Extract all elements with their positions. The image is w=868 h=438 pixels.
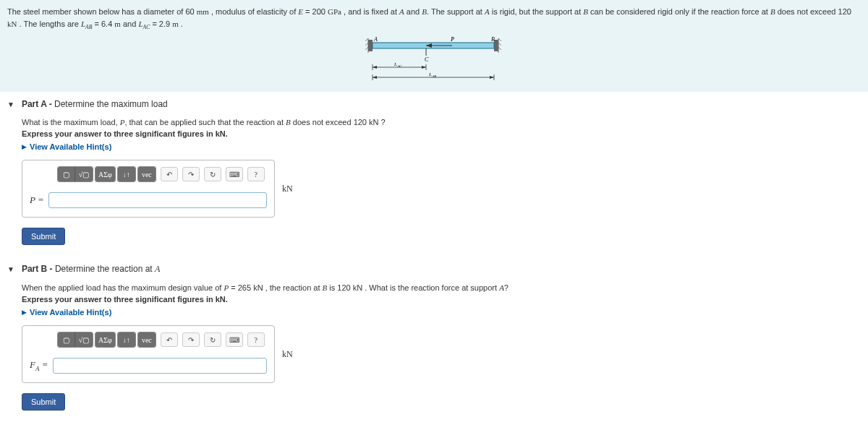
part-a: ▼ Part A - Determine the maximum load Wh…	[0, 92, 868, 257]
scripts-button[interactable]: ↓↑	[118, 167, 135, 181]
problem-text: The steel member shown below has a diame…	[7, 7, 851, 28]
keyboard-button[interactable]: ⌨	[226, 167, 243, 181]
sqrt-button[interactable]: √▢	[75, 332, 93, 347]
vec-button[interactable]: vec	[138, 167, 156, 181]
keyboard-button[interactable]: ⌨	[226, 332, 243, 347]
collapse-icon: ▼	[7, 100, 14, 108]
part-a-instruction: Express your answer to three significant…	[22, 129, 861, 138]
beam-figure: A B C P LAC LAB	[365, 35, 503, 86]
answer-variable-label: FA =	[30, 359, 48, 372]
part-a-hints-toggle[interactable]: ▶ View Available Hint(s)	[22, 142, 861, 151]
reset-button[interactable]: ↻	[204, 332, 221, 347]
help-button[interactable]: ?	[247, 332, 265, 347]
templates-button[interactable]: ▢	[58, 332, 75, 347]
svg-line-8	[498, 43, 501, 46]
part-b-header[interactable]: ▼ Part B - Determine the reaction at A	[7, 264, 861, 275]
part-a-unit-label: kN	[282, 184, 293, 194]
part-b-instruction: Express your answer to three significant…	[22, 295, 861, 304]
part-b: ▼ Part B - Determine the reaction at A W…	[0, 257, 868, 422]
part-b-unit-label: kN	[282, 349, 293, 360]
svg-text:P: P	[451, 36, 454, 43]
equation-toolbar: ▢ √▢ ΑΣφ ↓↑ vec ↶ ↷ ↻ ⌨ ?	[22, 326, 274, 353]
svg-text:LAB: LAB	[428, 72, 436, 78]
part-a-header[interactable]: ▼ Part A - Determine the maximum load	[7, 99, 861, 109]
svg-marker-28	[490, 76, 494, 79]
part-a-answer-input[interactable]	[48, 192, 267, 208]
svg-line-7	[498, 38, 501, 41]
part-b-question: When the applied load has the maximum de…	[22, 283, 861, 292]
part-a-question: What is the maximum load, P, that can be…	[22, 118, 861, 126]
part-b-hints-toggle[interactable]: ▶ View Available Hint(s)	[22, 308, 861, 317]
templates-button[interactable]: ▢	[58, 167, 75, 181]
redo-button[interactable]: ↷	[182, 332, 200, 347]
problem-statement: The steel member shown below has a diame…	[0, 0, 868, 92]
svg-marker-22	[422, 66, 426, 69]
hints-label: View Available Hint(s)	[30, 308, 111, 317]
svg-line-6	[365, 47, 368, 50]
sqrt-button[interactable]: √▢	[75, 167, 93, 181]
answer-variable-label: P =	[30, 194, 44, 206]
svg-rect-1	[494, 40, 498, 51]
svg-text:C: C	[425, 56, 429, 63]
svg-text:A: A	[373, 36, 378, 43]
part-b-title: Part B - Determine the reaction at A	[22, 264, 160, 275]
svg-marker-21	[373, 66, 377, 69]
part-a-submit-button[interactable]: Submit	[22, 228, 65, 245]
part-b-submit-button[interactable]: Submit	[22, 393, 65, 411]
svg-line-4	[365, 38, 368, 41]
svg-marker-27	[373, 76, 377, 79]
redo-button[interactable]: ↷	[182, 167, 200, 181]
help-button[interactable]: ?	[247, 167, 265, 181]
chevron-right-icon: ▶	[22, 143, 27, 150]
collapse-icon: ▼	[7, 265, 14, 273]
part-b-answer-box: ▢ √▢ ΑΣφ ↓↑ vec ↶ ↷ ↻ ⌨ ?	[22, 325, 275, 383]
svg-line-5	[365, 43, 368, 46]
svg-text:LAC: LAC	[393, 61, 402, 68]
figure-container: A B C P LAC LAB	[7, 35, 861, 86]
part-a-answer-box: ▢ √▢ ΑΣφ ↓↑ vec ↶ ↷ ↻ ⌨ ?	[22, 160, 275, 218]
reset-button[interactable]: ↻	[204, 167, 221, 181]
scripts-button[interactable]: ↓↑	[118, 332, 135, 347]
undo-button[interactable]: ↶	[161, 167, 178, 181]
equation-toolbar: ▢ √▢ ΑΣφ ↓↑ vec ↶ ↷ ↻ ⌨ ?	[22, 160, 274, 188]
svg-text:B: B	[491, 36, 495, 43]
undo-button[interactable]: ↶	[161, 332, 178, 347]
greek-button[interactable]: ΑΣφ	[95, 332, 115, 347]
svg-rect-0	[368, 40, 373, 51]
part-a-title: Part A - Determine the maximum load	[22, 99, 168, 109]
chevron-right-icon: ▶	[22, 309, 27, 316]
vec-button[interactable]: vec	[138, 332, 156, 347]
hints-label: View Available Hint(s)	[30, 142, 111, 151]
svg-line-9	[498, 47, 501, 50]
part-b-answer-input[interactable]	[53, 358, 267, 374]
greek-button[interactable]: ΑΣφ	[95, 167, 115, 181]
